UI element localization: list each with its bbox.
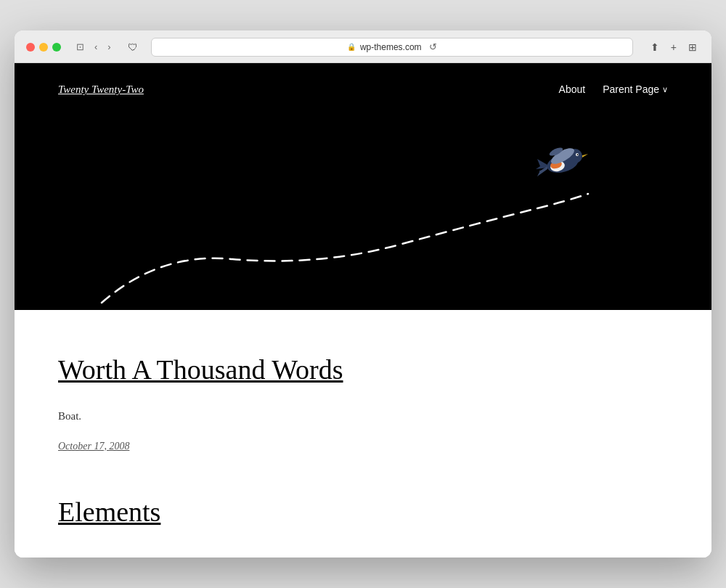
tabs-overview-button[interactable]: ⊞	[685, 40, 700, 54]
site-content: Worth A Thousand Words Boat. October 17,…	[15, 310, 711, 558]
shield-icon: 🛡	[123, 40, 142, 54]
svg-point-6	[577, 154, 579, 155]
browser-chrome: ⊡ ‹ › 🛡 🔒 wp-themes.com ↺ ⬆ + ⊞	[15, 30, 711, 63]
minimize-button[interactable]	[39, 43, 48, 52]
bird-illustration	[530, 136, 595, 187]
share-button[interactable]: ⬆	[648, 40, 662, 54]
post-title[interactable]: Worth A Thousand Words	[58, 354, 668, 387]
lock-icon: 🔒	[347, 43, 356, 51]
reload-button[interactable]: ↺	[429, 41, 437, 52]
post-excerpt: Boat.	[58, 407, 668, 425]
hero-illustration	[15, 107, 711, 310]
about-nav-link[interactable]: About	[559, 83, 586, 95]
website-content: Twenty Twenty-Two About Parent Page ∨	[15, 63, 711, 558]
url-text: wp-themes.com	[360, 42, 422, 52]
site-title[interactable]: Twenty Twenty-Two	[58, 83, 144, 96]
post-article: Worth A Thousand Words Boat. October 17,…	[58, 354, 668, 452]
address-bar[interactable]: 🔒 wp-themes.com ↺	[151, 38, 633, 57]
parent-page-label: Parent Page	[603, 83, 659, 95]
back-button[interactable]: ‹	[91, 40, 101, 54]
site-nav: About Parent Page ∨	[559, 83, 668, 95]
second-post-title[interactable]: Elements	[58, 496, 668, 529]
new-tab-button[interactable]: +	[668, 40, 680, 54]
browser-controls: ⊡ ‹ ›	[73, 40, 115, 54]
parent-page-nav-item[interactable]: Parent Page ∨	[603, 83, 668, 95]
window-layout-button[interactable]: ⊡	[73, 40, 88, 54]
browser-window: ⊡ ‹ › 🛡 🔒 wp-themes.com ↺ ⬆ + ⊞ Twenty T…	[15, 30, 711, 558]
traffic-lights	[26, 43, 61, 52]
maximize-button[interactable]	[52, 43, 61, 52]
nav-bar: Twenty Twenty-Two About Parent Page ∨	[58, 63, 668, 96]
browser-actions: ⬆ + ⊞	[648, 40, 700, 54]
chevron-down-icon: ∨	[662, 85, 668, 94]
site-header: Twenty Twenty-Two About Parent Page ∨	[15, 63, 711, 310]
svg-marker-4	[582, 154, 588, 158]
forward-button[interactable]: ›	[104, 40, 114, 54]
post-date[interactable]: October 17, 2008	[58, 441, 129, 452]
close-button[interactable]	[26, 43, 35, 52]
